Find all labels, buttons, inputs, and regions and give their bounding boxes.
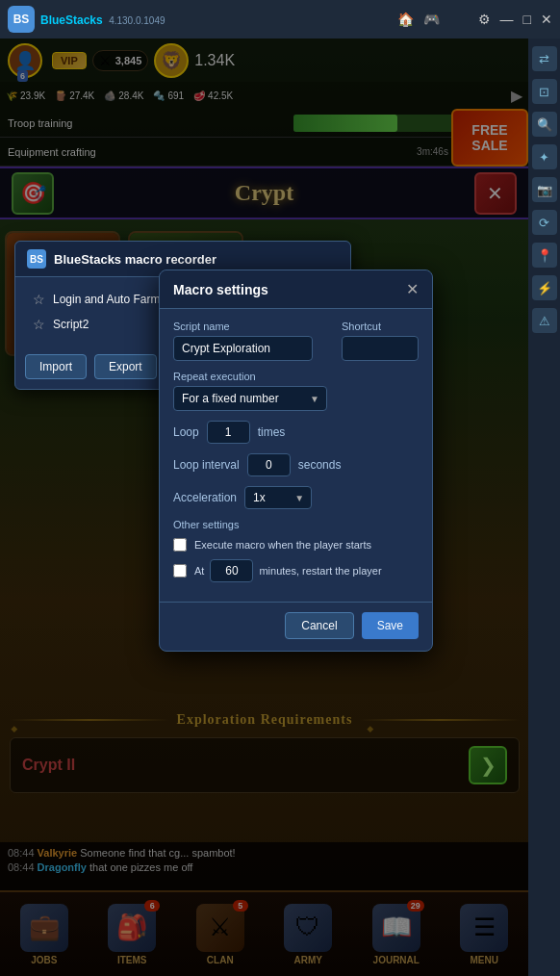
settings-footer: Cancel Save <box>160 602 432 651</box>
titlebar: BS BlueStacks 4.130.0.1049 🏠 🎮 ⚙ — □ ✕ <box>0 0 560 39</box>
execute-label: Execute macro when the player starts <box>194 539 371 551</box>
accel-select[interactable]: 1x 2x 4x <box>244 486 312 509</box>
settings-close-button[interactable]: ✕ <box>406 280 419 298</box>
script-name-label: Script name <box>173 321 334 332</box>
interval-row: Loop interval seconds <box>173 453 419 476</box>
settings-title: Macro settings <box>173 282 406 297</box>
sidebar-tool6-icon[interactable]: 📍 <box>532 243 557 268</box>
interval-input[interactable] <box>247 453 291 476</box>
sidebar-expand-icon[interactable]: ⇄ <box>532 46 557 71</box>
times-label: times <box>258 425 286 439</box>
minutes-label: minutes, restart the player <box>259 565 381 577</box>
side-toolbar: ⇄ ⊡ 🔍 ✦ 📷 ⟳ 📍 ⚡ ⚠ <box>528 39 560 976</box>
minimize-icon[interactable]: — <box>500 12 514 27</box>
restart-checkbox[interactable] <box>173 564 187 578</box>
restart-checkbox-row: At minutes, restart the player <box>173 559 419 582</box>
accel-label: Acceleration <box>173 491 237 504</box>
loop-row: Loop times <box>173 421 419 444</box>
save-button[interactable]: Save <box>362 612 419 639</box>
repeat-label: Repeat execution <box>173 371 419 382</box>
sidebar-tool8-icon[interactable]: ⚠ <box>532 308 557 333</box>
at-label: At <box>194 565 204 577</box>
macro-recorder-title: BlueStacks macro recorder <box>54 252 216 267</box>
close-icon[interactable]: ✕ <box>541 12 552 27</box>
game-tab-icon[interactable]: 🎮 <box>423 12 440 27</box>
execute-checkbox-row: Execute macro when the player starts <box>173 538 419 552</box>
script-name-input[interactable] <box>173 336 313 361</box>
at-input[interactable] <box>210 559 253 582</box>
loop-input[interactable] <box>207 421 250 444</box>
titlebar-controls: 🏠 🎮 ⚙ — □ ✕ <box>397 12 552 27</box>
export-button[interactable]: Export <box>94 354 157 379</box>
loop-label: Loop <box>173 425 199 439</box>
shortcut-label: Shortcut <box>342 321 419 332</box>
bluestacks-logo: BS <box>8 6 35 33</box>
settings-icon[interactable]: ⚙ <box>478 12 491 27</box>
repeat-row: Repeat execution For a fixed number ▼ <box>173 371 419 411</box>
accel-select-wrap: 1x 2x 4x ▼ <box>244 486 312 509</box>
maximize-icon[interactable]: □ <box>523 12 531 27</box>
accel-row: Acceleration 1x 2x 4x ▼ <box>173 486 419 509</box>
seconds-label: seconds <box>298 458 342 472</box>
sidebar-tool3-icon[interactable]: ✦ <box>532 144 557 169</box>
sidebar-tool5-icon[interactable]: ⟳ <box>532 210 557 235</box>
macro-logo: BS <box>27 249 46 269</box>
macro-settings-dialog: Macro settings ✕ Script name Shortcut Re… <box>159 270 433 652</box>
app-name: BlueStacks <box>40 13 103 27</box>
macro-settings-header: Macro settings ✕ <box>160 270 432 309</box>
sidebar-tool1-icon[interactable]: ⊡ <box>532 79 557 104</box>
sidebar-tool7-icon[interactable]: ⚡ <box>532 275 557 300</box>
interval-label: Loop interval <box>173 458 240 472</box>
other-settings-label: Other settings <box>173 519 419 530</box>
star-icon-2: ☆ <box>33 317 45 332</box>
shortcut-input[interactable] <box>342 336 419 361</box>
repeat-select[interactable]: For a fixed number <box>173 386 327 411</box>
cancel-button[interactable]: Cancel <box>285 612 353 639</box>
sidebar-tool4-icon[interactable]: 📷 <box>532 177 557 202</box>
star-icon-1: ☆ <box>33 292 45 307</box>
app-version: 4.130.0.1049 <box>109 15 165 26</box>
at-row: At minutes, restart the player <box>194 559 382 582</box>
home-icon[interactable]: 🏠 <box>397 12 414 27</box>
macro-settings-body: Script name Shortcut Repeat execution Fo… <box>160 309 432 602</box>
sidebar-tool2-icon[interactable]: 🔍 <box>532 112 557 137</box>
repeat-select-wrap: For a fixed number ▼ <box>173 386 327 411</box>
import-button[interactable]: Import <box>25 354 87 379</box>
execute-checkbox[interactable] <box>173 538 187 552</box>
